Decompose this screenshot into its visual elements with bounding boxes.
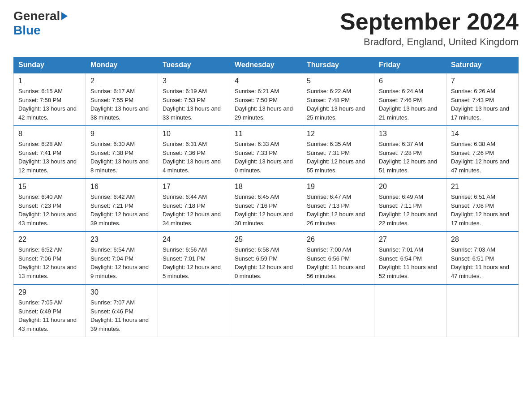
sunrise-label: Sunrise: 6:40 AM bbox=[18, 193, 63, 200]
sunset-label: Sunset: 7:06 PM bbox=[18, 255, 61, 262]
sunrise-label: Sunrise: 6:51 AM bbox=[451, 193, 495, 200]
sunrise-label: Sunrise: 6:54 AM bbox=[90, 246, 135, 253]
daylight-label: Daylight: 13 hours and 38 minutes. bbox=[90, 105, 149, 121]
daylight-label: Daylight: 11 hours and 39 minutes. bbox=[90, 317, 149, 332]
day-number: 14 bbox=[451, 130, 514, 138]
calendar-day-cell: 16 Sunrise: 6:42 AM Sunset: 7:21 PM Dayl… bbox=[86, 179, 158, 231]
day-info: Sunrise: 7:03 AM Sunset: 6:51 PM Dayligh… bbox=[451, 245, 514, 280]
calendar-day-cell: 23 Sunrise: 6:54 AM Sunset: 7:04 PM Dayl… bbox=[86, 231, 158, 284]
daylight-label: Daylight: 12 hours and 39 minutes. bbox=[90, 211, 149, 227]
calendar-day-cell bbox=[158, 284, 230, 337]
sunrise-label: Sunrise: 6:19 AM bbox=[163, 88, 207, 94]
day-info: Sunrise: 6:45 AM Sunset: 7:16 PM Dayligh… bbox=[235, 193, 297, 227]
sunset-label: Sunset: 7:28 PM bbox=[379, 150, 422, 156]
day-number: 8 bbox=[18, 130, 81, 138]
day-info: Sunrise: 6:52 AM Sunset: 7:06 PM Dayligh… bbox=[18, 245, 81, 280]
sunset-label: Sunset: 7:33 PM bbox=[235, 150, 278, 156]
sunrise-label: Sunrise: 7:00 AM bbox=[307, 246, 351, 253]
sunrise-label: Sunrise: 7:01 AM bbox=[379, 246, 423, 253]
sunset-label: Sunset: 7:41 PM bbox=[18, 150, 61, 156]
sunset-label: Sunset: 7:13 PM bbox=[307, 202, 350, 209]
daylight-label: Daylight: 12 hours and 22 minutes. bbox=[379, 211, 437, 227]
logo-arrow-icon bbox=[61, 12, 68, 20]
sunset-label: Sunset: 7:48 PM bbox=[307, 97, 350, 103]
day-number: 3 bbox=[163, 77, 225, 85]
day-number: 29 bbox=[18, 288, 81, 296]
title-area: September 2024 Bradford, England, United… bbox=[340, 9, 519, 48]
sunrise-label: Sunrise: 6:42 AM bbox=[90, 193, 135, 200]
day-info: Sunrise: 6:47 AM Sunset: 7:13 PM Dayligh… bbox=[307, 193, 369, 227]
sunrise-label: Sunrise: 7:03 AM bbox=[451, 246, 495, 253]
daylight-label: Daylight: 12 hours and 0 minutes. bbox=[235, 264, 293, 279]
sunrise-label: Sunrise: 6:33 AM bbox=[235, 141, 279, 147]
location-text: Bradford, England, United Kingdom bbox=[340, 36, 519, 48]
sunset-label: Sunset: 7:53 PM bbox=[163, 97, 206, 103]
day-number: 25 bbox=[235, 235, 297, 244]
daylight-label: Daylight: 11 hours and 47 minutes. bbox=[451, 264, 509, 279]
calendar-day-cell: 29 Sunrise: 7:05 AM Sunset: 6:49 PM Dayl… bbox=[14, 284, 86, 337]
calendar-day-cell: 30 Sunrise: 7:07 AM Sunset: 6:46 PM Dayl… bbox=[86, 284, 158, 337]
day-info: Sunrise: 6:58 AM Sunset: 6:59 PM Dayligh… bbox=[235, 245, 297, 280]
day-info: Sunrise: 6:24 AM Sunset: 7:46 PM Dayligh… bbox=[379, 87, 442, 122]
calendar-day-cell: 19 Sunrise: 6:47 AM Sunset: 7:13 PM Dayl… bbox=[302, 179, 374, 231]
calendar-day-header: Sunday bbox=[14, 57, 86, 73]
calendar-day-cell bbox=[230, 284, 302, 337]
sunrise-label: Sunrise: 6:56 AM bbox=[163, 246, 207, 253]
calendar-day-cell: 24 Sunrise: 6:56 AM Sunset: 7:01 PM Dayl… bbox=[158, 231, 230, 284]
day-info: Sunrise: 6:56 AM Sunset: 7:01 PM Dayligh… bbox=[163, 245, 225, 280]
day-number: 18 bbox=[235, 183, 297, 191]
daylight-label: Daylight: 13 hours and 29 minutes. bbox=[235, 105, 293, 121]
sunset-label: Sunset: 7:50 PM bbox=[235, 97, 278, 103]
day-number: 7 bbox=[451, 77, 514, 85]
sunset-label: Sunset: 7:26 PM bbox=[451, 150, 494, 156]
logo-blue-text: Blue bbox=[13, 23, 41, 37]
sunset-label: Sunset: 7:04 PM bbox=[90, 255, 133, 262]
daylight-label: Daylight: 12 hours and 43 minutes. bbox=[18, 211, 77, 227]
daylight-label: Daylight: 13 hours and 8 minutes. bbox=[90, 158, 149, 174]
sunrise-label: Sunrise: 6:15 AM bbox=[18, 88, 63, 94]
logo-general-text: General bbox=[13, 9, 60, 23]
calendar-day-cell: 1 Sunrise: 6:15 AM Sunset: 7:58 PM Dayli… bbox=[14, 73, 86, 126]
sunrise-label: Sunrise: 6:24 AM bbox=[379, 88, 423, 94]
sunrise-label: Sunrise: 6:49 AM bbox=[379, 193, 423, 200]
day-number: 20 bbox=[379, 183, 442, 191]
day-info: Sunrise: 6:30 AM Sunset: 7:38 PM Dayligh… bbox=[90, 140, 153, 175]
calendar-day-cell: 27 Sunrise: 7:01 AM Sunset: 6:54 PM Dayl… bbox=[374, 231, 446, 284]
day-number: 9 bbox=[90, 130, 153, 138]
calendar-day-cell: 12 Sunrise: 6:35 AM Sunset: 7:31 PM Dayl… bbox=[302, 126, 374, 179]
day-info: Sunrise: 7:05 AM Sunset: 6:49 PM Dayligh… bbox=[18, 298, 81, 333]
daylight-label: Daylight: 13 hours and 12 minutes. bbox=[18, 158, 77, 174]
daylight-label: Daylight: 13 hours and 0 minutes. bbox=[235, 158, 293, 174]
day-number: 15 bbox=[18, 183, 81, 191]
calendar-day-cell: 3 Sunrise: 6:19 AM Sunset: 7:53 PM Dayli… bbox=[158, 73, 230, 126]
calendar-day-cell: 28 Sunrise: 7:03 AM Sunset: 6:51 PM Dayl… bbox=[446, 231, 519, 284]
day-info: Sunrise: 6:54 AM Sunset: 7:04 PM Dayligh… bbox=[90, 245, 153, 280]
sunset-label: Sunset: 7:55 PM bbox=[90, 97, 133, 103]
calendar-day-header: Monday bbox=[86, 57, 158, 73]
logo: General Blue bbox=[13, 9, 69, 38]
sunset-label: Sunset: 7:36 PM bbox=[163, 150, 206, 156]
sunset-label: Sunset: 6:51 PM bbox=[451, 255, 494, 262]
day-info: Sunrise: 6:35 AM Sunset: 7:31 PM Dayligh… bbox=[307, 140, 369, 175]
sunset-label: Sunset: 7:58 PM bbox=[18, 97, 61, 103]
sunrise-label: Sunrise: 6:35 AM bbox=[307, 141, 351, 147]
day-number: 26 bbox=[307, 235, 369, 244]
sunset-label: Sunset: 6:56 PM bbox=[307, 255, 350, 262]
calendar-day-header: Wednesday bbox=[230, 57, 302, 73]
day-info: Sunrise: 6:42 AM Sunset: 7:21 PM Dayligh… bbox=[90, 193, 153, 227]
month-title: September 2024 bbox=[340, 9, 519, 34]
calendar-day-cell: 9 Sunrise: 6:30 AM Sunset: 7:38 PM Dayli… bbox=[86, 126, 158, 179]
calendar-day-cell bbox=[446, 284, 519, 337]
daylight-label: Daylight: 12 hours and 34 minutes. bbox=[163, 211, 221, 227]
day-number: 28 bbox=[451, 235, 514, 244]
day-number: 21 bbox=[451, 183, 514, 191]
calendar-day-cell: 22 Sunrise: 6:52 AM Sunset: 7:06 PM Dayl… bbox=[14, 231, 86, 284]
day-info: Sunrise: 6:26 AM Sunset: 7:43 PM Dayligh… bbox=[451, 87, 514, 122]
calendar-day-cell bbox=[302, 284, 374, 337]
day-number: 5 bbox=[307, 77, 369, 85]
calendar-day-cell: 20 Sunrise: 6:49 AM Sunset: 7:11 PM Dayl… bbox=[374, 179, 446, 231]
day-info: Sunrise: 6:38 AM Sunset: 7:26 PM Dayligh… bbox=[451, 140, 514, 175]
day-number: 2 bbox=[90, 77, 153, 85]
sunrise-label: Sunrise: 6:28 AM bbox=[18, 141, 63, 147]
sunrise-label: Sunrise: 6:37 AM bbox=[379, 141, 423, 147]
